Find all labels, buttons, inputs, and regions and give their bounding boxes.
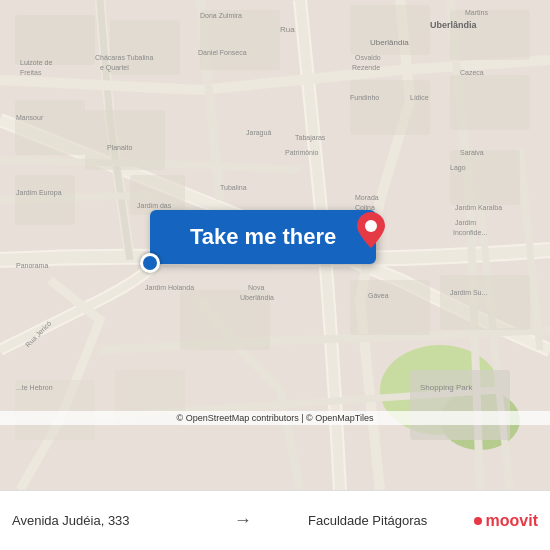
svg-rect-14 <box>450 150 520 205</box>
svg-text:Uberlândia: Uberlândia <box>370 38 409 47</box>
svg-text:Saraiva: Saraiva <box>460 149 484 156</box>
svg-text:Panorama: Panorama <box>16 262 48 269</box>
svg-text:Uberlândia: Uberlândia <box>240 294 274 301</box>
svg-text:Uberlândia: Uberlândia <box>430 20 478 30</box>
svg-text:Chácaras Tubalina: Chácaras Tubalina <box>95 54 153 61</box>
svg-text:Gávea: Gávea <box>368 292 389 299</box>
svg-text:...te Hebron: ...te Hebron <box>16 384 53 391</box>
svg-rect-10 <box>85 110 165 170</box>
svg-point-60 <box>365 220 377 232</box>
svg-text:Nova: Nova <box>248 284 264 291</box>
svg-text:Rezende: Rezende <box>352 64 380 71</box>
svg-rect-9 <box>15 175 75 225</box>
svg-text:Jardim Su...: Jardim Su... <box>450 289 487 296</box>
svg-text:Mansour: Mansour <box>16 114 44 121</box>
svg-text:Lídice: Lídice <box>410 94 429 101</box>
svg-text:Osvaldo: Osvaldo <box>355 54 381 61</box>
destination-marker <box>357 212 385 252</box>
svg-text:Planalto: Planalto <box>107 144 132 151</box>
svg-text:Lago: Lago <box>450 164 466 172</box>
map-container: Rua Uberlândia Uberlândia Cazeca Saraiva… <box>0 0 550 490</box>
svg-rect-11 <box>130 175 185 215</box>
take-me-there-button[interactable]: Take me there <box>150 210 376 264</box>
svg-text:Jardim das: Jardim das <box>137 202 172 209</box>
svg-text:Inconfide...: Inconfide... <box>453 229 487 236</box>
arrow-icon: → <box>234 510 252 531</box>
svg-text:Daniel Fonseca: Daniel Fonseca <box>198 49 247 56</box>
map-attribution: © OpenStreetMap contributors | © OpenMap… <box>0 411 550 425</box>
origin-marker <box>140 253 160 273</box>
svg-rect-17 <box>440 275 530 330</box>
svg-rect-12 <box>350 80 430 135</box>
svg-text:Dona Zulmira: Dona Zulmira <box>200 12 242 19</box>
svg-rect-3 <box>15 15 95 65</box>
svg-text:Rua: Rua <box>280 25 295 34</box>
svg-text:Jardim Europa: Jardim Europa <box>16 189 62 197</box>
svg-rect-7 <box>450 10 530 60</box>
destination-label: Faculdade Pitágoras <box>262 513 474 528</box>
moovit-logo-text: moovit <box>486 512 538 530</box>
svg-text:Freitas: Freitas <box>20 69 42 76</box>
svg-rect-5 <box>200 10 280 70</box>
svg-text:Jardim: Jardim <box>455 219 476 226</box>
svg-text:Fundinho: Fundinho <box>350 94 379 101</box>
moovit-logo-dot <box>474 517 482 525</box>
svg-rect-8 <box>15 100 85 155</box>
svg-rect-6 <box>350 5 430 55</box>
moovit-logo: moovit <box>474 512 538 530</box>
svg-text:Tabajaras: Tabajaras <box>295 134 326 142</box>
svg-rect-16 <box>350 280 430 335</box>
svg-text:Jardim Holanda: Jardim Holanda <box>145 284 194 291</box>
svg-text:Luizote de: Luizote de <box>20 59 52 66</box>
svg-text:Cazeca: Cazeca <box>460 69 484 76</box>
svg-rect-20 <box>410 370 510 440</box>
svg-text:Patrimônio: Patrimônio <box>285 149 319 156</box>
svg-text:e Quartel: e Quartel <box>100 64 129 72</box>
svg-text:Jaraguá: Jaraguá <box>246 129 271 137</box>
svg-text:Tubalina: Tubalina <box>220 184 247 191</box>
origin-label: Avenida Judéia, 333 <box>12 513 224 528</box>
svg-text:Morada: Morada <box>355 194 379 201</box>
bottom-bar: Avenida Judéia, 333 → Faculdade Pitágora… <box>0 490 550 550</box>
svg-text:Shopping Park: Shopping Park <box>420 383 473 392</box>
svg-text:Martins: Martins <box>465 9 488 16</box>
svg-text:Jardim Karalba: Jardim Karalba <box>455 204 502 211</box>
svg-rect-13 <box>450 75 530 130</box>
